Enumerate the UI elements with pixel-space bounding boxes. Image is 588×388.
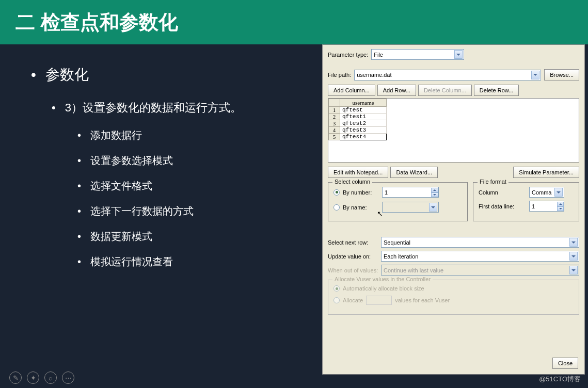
column-label: Column <box>479 189 525 196</box>
column-dropdown[interactable]: Comma <box>529 187 564 198</box>
dropdown-arrow-icon[interactable] <box>569 252 578 261</box>
bullet-l3-5: 模拟运行情况查看 <box>77 255 312 269</box>
by-name-dropdown <box>382 202 439 213</box>
slide-header: 二 检查点和参数化 <box>0 0 588 44</box>
allocate-legend: Allocate Vuser values in the Controller <box>332 276 433 282</box>
bullet-l3-2: 选择文件格式 <box>77 179 312 193</box>
when-out-dropdown: Continue with last value <box>381 265 579 276</box>
dropdown-arrow-icon[interactable] <box>531 71 539 79</box>
alloc-manual-radio <box>333 297 340 303</box>
more-icon[interactable]: ⋯ <box>62 371 74 384</box>
pen-icon[interactable]: ✎ <box>9 371 22 384</box>
pointer-icon[interactable]: ✦ <box>27 371 39 384</box>
grid-cell[interactable]: qftest <box>340 107 387 114</box>
left-outline: 参数化 3）设置参数化的数据和运行方式。 添加数据行 设置参数选择模式 选择文件… <box>0 44 322 375</box>
zoom-icon[interactable]: ⌕ <box>44 371 57 384</box>
first-line-input[interactable] <box>530 203 557 209</box>
grid-header[interactable]: username <box>340 99 387 107</box>
param-type-value: File <box>374 52 383 58</box>
alloc-value-input <box>366 296 392 305</box>
bullet-l1: 参数化 <box>31 65 312 85</box>
dropdown-arrow-icon <box>569 266 578 274</box>
file-path-value: username.dat <box>357 72 391 78</box>
grid-cell-selected[interactable]: qftest4 <box>340 134 387 140</box>
alloc-manual-pre: Allocate <box>343 297 363 303</box>
presentation-toolbar: ✎ ✦ ⌕ ⋯ <box>9 371 74 384</box>
first-line-spinbox[interactable] <box>529 201 564 212</box>
dropdown-arrow-icon[interactable] <box>554 188 563 197</box>
grid-cell[interactable]: qftest1 <box>340 114 387 120</box>
bullet-l3-1: 设置参数选择模式 <box>77 154 312 168</box>
file-format-legend: File format <box>478 179 508 185</box>
alloc-auto-radio <box>333 285 340 292</box>
by-number-label: By number: <box>343 189 379 196</box>
select-column-legend: Select column <box>332 179 372 185</box>
spin-down-icon[interactable] <box>557 206 564 211</box>
dropdown-arrow-icon <box>429 203 437 212</box>
parameter-dialog: Parameter type: File File path: username… <box>322 44 585 375</box>
delete-column-button[interactable]: Delete Column... <box>418 85 472 96</box>
file-path-label: File path: <box>328 72 351 78</box>
spin-down-icon[interactable] <box>431 192 438 197</box>
bullet-l3-3: 选择下一行数据的方式 <box>77 204 312 218</box>
file-format-fieldset: File format Column Comma First data line… <box>473 182 579 221</box>
alloc-auto-label: Automatically allocate block size <box>343 285 424 292</box>
select-next-row-label: Select next row: <box>328 239 377 246</box>
by-number-radio[interactable] <box>333 189 340 196</box>
add-column-button[interactable]: Add Column... <box>328 85 375 96</box>
select-next-row-dropdown[interactable]: Sequential <box>381 237 579 248</box>
bullet-l2: 3）设置参数化的数据和运行方式。 <box>52 100 312 116</box>
add-row-button[interactable]: Add Row... <box>377 85 416 96</box>
browse-button[interactable]: Browse... <box>544 69 579 80</box>
close-button[interactable]: Close <box>552 358 578 369</box>
data-grid[interactable]: username 1qftest 2qftest1 3qftest2 4qfte… <box>328 98 579 163</box>
by-name-label: By name: <box>343 204 379 211</box>
first-line-label: First data line: <box>479 203 525 209</box>
grid-cell[interactable]: qftest3 <box>340 127 387 134</box>
param-type-label: Parameter type: <box>328 52 368 58</box>
by-number-input[interactable] <box>383 189 431 196</box>
update-value-label: Update value on: <box>328 253 377 260</box>
bullet-l3-4: 数据更新模式 <box>77 230 312 244</box>
by-number-spinbox[interactable] <box>382 187 439 198</box>
delete-row-button[interactable]: Delete Row... <box>474 85 519 96</box>
simulate-parameter-button[interactable]: Simulate Parameter... <box>513 167 579 178</box>
alloc-manual-post: values for each Vuser <box>395 297 450 303</box>
data-wizard-button[interactable]: Data Wizard... <box>390 167 438 178</box>
grid-cell[interactable]: qftest2 <box>340 120 387 127</box>
dropdown-arrow-icon[interactable] <box>454 50 463 59</box>
file-path-dropdown[interactable]: username.dat <box>354 70 541 80</box>
param-type-dropdown[interactable]: File <box>371 49 464 60</box>
dropdown-arrow-icon[interactable] <box>569 238 578 247</box>
allocate-fieldset: Allocate Vuser values in the Controller … <box>328 280 579 315</box>
when-out-label: When out of values: <box>328 267 377 273</box>
spin-up-icon[interactable] <box>557 202 564 206</box>
edit-notepad-button[interactable]: Edit with Notepad... <box>328 167 388 178</box>
slide-title: 二 检查点和参数化 <box>15 9 573 36</box>
watermark: @51CTO博客 <box>539 375 581 384</box>
bullet-l3-0: 添加数据行 <box>77 128 312 142</box>
update-value-dropdown[interactable]: Each iteration <box>381 251 579 262</box>
select-column-fieldset: Select column By number: By name: <box>328 182 468 221</box>
spin-up-icon[interactable] <box>431 188 438 192</box>
main-area: 参数化 3）设置参数化的数据和运行方式。 添加数据行 设置参数选择模式 选择文件… <box>0 44 588 375</box>
by-name-radio[interactable] <box>333 204 340 211</box>
